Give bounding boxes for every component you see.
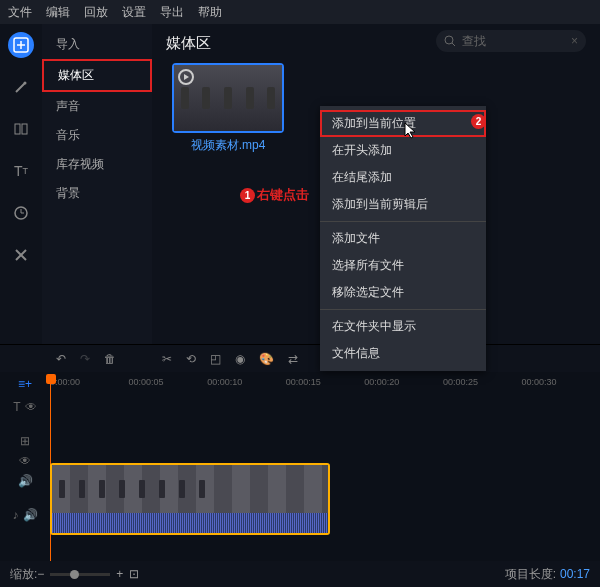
ctx-add-file[interactable]: 添加文件 bbox=[320, 225, 486, 252]
ctx-remove[interactable]: 移除选定文件 bbox=[320, 279, 486, 306]
time-ruler[interactable]: 0:00:0000:00:0500:00:1000:00:1500:00:200… bbox=[50, 377, 600, 391]
ctx-show-folder[interactable]: 在文件夹中显示 bbox=[320, 313, 486, 340]
subnav-import[interactable]: 导入 bbox=[42, 30, 152, 59]
crop-icon[interactable]: ◰ bbox=[210, 352, 221, 366]
zoom-label: 缩放: bbox=[10, 566, 37, 583]
ctx-file-info[interactable]: 文件信息 bbox=[320, 340, 486, 367]
ctx-add-start[interactable]: 在开头添加 bbox=[320, 137, 486, 164]
redo-icon[interactable]: ↷ bbox=[80, 352, 90, 366]
zoom-out-icon[interactable]: − bbox=[37, 567, 44, 581]
video-clip[interactable] bbox=[50, 463, 330, 535]
search-icon bbox=[444, 35, 456, 47]
subnav-sound[interactable]: 声音 bbox=[42, 92, 152, 121]
subnav-stock[interactable]: 库存视频 bbox=[42, 150, 152, 179]
menu-export[interactable]: 导出 bbox=[160, 4, 184, 21]
subnav-media[interactable]: 媒体区 bbox=[42, 59, 152, 92]
menu-help[interactable]: 帮助 bbox=[198, 4, 222, 21]
thumbnail-label: 视频素材.mp4 bbox=[172, 137, 284, 154]
menu-settings[interactable]: 设置 bbox=[122, 4, 146, 21]
svg-rect-6 bbox=[22, 124, 27, 134]
track-add-icon[interactable]: ≡+ bbox=[0, 377, 50, 391]
rail-clock-icon[interactable] bbox=[8, 200, 34, 226]
undo-icon[interactable]: ↶ bbox=[56, 352, 66, 366]
subnav: 导入 媒体区 声音 音乐 库存视频 背景 bbox=[42, 24, 152, 344]
video-track-icon[interactable]: ⊞ bbox=[20, 434, 30, 448]
project-length-label: 项目长度: bbox=[505, 566, 556, 583]
rail-text-icon[interactable]: TT bbox=[8, 158, 34, 184]
audio-track-icon[interactable]: ♪ bbox=[13, 508, 19, 522]
delete-icon[interactable]: 🗑 bbox=[104, 352, 116, 366]
menu-file[interactable]: 文件 bbox=[8, 4, 32, 21]
ctx-add-current[interactable]: 添加到当前位置 2 bbox=[320, 110, 486, 137]
menu-playback[interactable]: 回放 bbox=[84, 4, 108, 21]
audio-waveform bbox=[52, 513, 328, 535]
rail-tools-icon[interactable] bbox=[8, 242, 34, 268]
ctx-add-end[interactable]: 在结尾添加 bbox=[320, 164, 486, 191]
svg-line-3 bbox=[16, 83, 25, 92]
project-duration: 00:17 bbox=[560, 567, 590, 581]
left-rail: TT bbox=[0, 24, 42, 344]
svg-line-13 bbox=[452, 43, 455, 46]
mute-icon[interactable]: 🔊 bbox=[23, 508, 38, 522]
subnav-bg[interactable]: 背景 bbox=[42, 179, 152, 208]
menu-edit[interactable]: 编辑 bbox=[46, 4, 70, 21]
zoom-in-icon[interactable]: + bbox=[116, 567, 123, 581]
rail-wand-icon[interactable] bbox=[8, 74, 34, 100]
zoom-fit-icon[interactable]: ⊡ bbox=[129, 567, 139, 581]
visibility-icon[interactable]: 👁 bbox=[19, 454, 31, 468]
ctx-sep-1 bbox=[320, 221, 486, 222]
record-icon[interactable]: ◉ bbox=[235, 352, 245, 366]
context-menu: 添加到当前位置 2 在开头添加 在结尾添加 添加到当前剪辑后 添加文件 选择所有… bbox=[320, 106, 486, 371]
search-placeholder: 查找 bbox=[462, 33, 486, 50]
text-track-icon[interactable]: T bbox=[13, 400, 20, 414]
svg-point-4 bbox=[24, 82, 27, 85]
rail-split-icon[interactable] bbox=[8, 116, 34, 142]
mute-icon[interactable]: 🔊 bbox=[18, 474, 33, 488]
play-icon bbox=[178, 69, 194, 85]
cursor-icon bbox=[404, 122, 418, 140]
ctx-select-all[interactable]: 选择所有文件 bbox=[320, 252, 486, 279]
transition-icon[interactable]: ⇄ bbox=[288, 352, 298, 366]
search-clear-icon[interactable]: × bbox=[571, 34, 578, 48]
ctx-sep-2 bbox=[320, 309, 486, 310]
zoom-slider[interactable] bbox=[50, 573, 110, 576]
subnav-music[interactable]: 音乐 bbox=[42, 121, 152, 150]
adjust-icon[interactable]: 🎨 bbox=[259, 352, 274, 366]
bottom-bar: 缩放: − + ⊡ 项目长度: 00:17 bbox=[0, 561, 600, 587]
svg-point-12 bbox=[445, 36, 453, 44]
visibility-icon[interactable]: 👁 bbox=[25, 400, 37, 414]
rail-add-icon[interactable] bbox=[8, 32, 34, 58]
timeline[interactable]: ≡+ 0:00:0000:00:0500:00:1000:00:1500:00:… bbox=[0, 372, 600, 587]
search-input[interactable]: 查找 × bbox=[436, 30, 586, 52]
ctx-add-after[interactable]: 添加到当前剪辑后 bbox=[320, 191, 486, 218]
callout-1: 1右键点击 bbox=[240, 186, 309, 204]
timeline-toolbar: ↶ ↷ 🗑 ✂ ⟲ ◰ ◉ 🎨 ⇄ ⚑ bbox=[0, 344, 600, 372]
cut-icon[interactable]: ✂ bbox=[162, 352, 172, 366]
svg-rect-5 bbox=[15, 124, 20, 134]
media-thumbnail[interactable] bbox=[172, 63, 284, 133]
rotate-icon[interactable]: ⟲ bbox=[186, 352, 196, 366]
menubar: 文件 编辑 回放 设置 导出 帮助 bbox=[0, 0, 600, 24]
